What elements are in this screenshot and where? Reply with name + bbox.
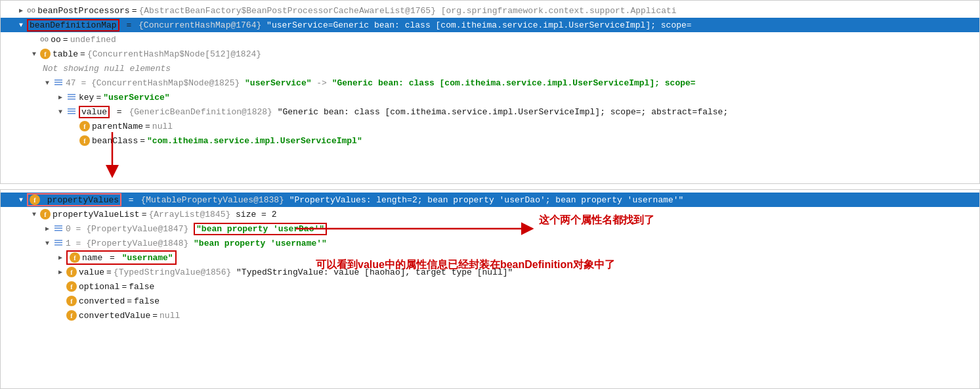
not-showing-row: Not showing null elements	[1, 61, 979, 76]
bean-definition-map-row[interactable]: beanDefinitionMap = {ConcurrentHashMap@1…	[1, 18, 979, 32]
toggle-icon[interactable]	[16, 22, 26, 29]
f-icon: f	[66, 310, 77, 321]
f-icon: f	[30, 194, 40, 205]
oo-icon: oo	[27, 7, 35, 14]
list-icon	[66, 106, 77, 117]
oo-icon: oo	[40, 35, 49, 43]
table-row[interactable]: f propertyValueList = {ArrayList@1845} s…	[1, 207, 979, 221]
table-row: f beanClass = "com.itheima.service.impl.…	[1, 133, 979, 148]
f-icon: f	[40, 209, 51, 219]
f-icon: f	[66, 296, 77, 306]
svg-rect-1	[54, 82, 62, 83]
toggle-icon[interactable]	[30, 211, 39, 218]
optional-row: f optional = false	[1, 279, 979, 294]
main-container: oo beanPostProcessors = {AbstractBeanFac…	[0, 0, 980, 389]
table-row[interactable]: 0 = {PropertyValue@1847} "bean property …	[1, 221, 979, 236]
top-panel: oo beanPostProcessors = {AbstractBeanFac…	[0, 0, 980, 184]
table-row: f parentName = null	[1, 119, 979, 133]
value-box: value	[79, 106, 110, 118]
toggle-icon[interactable]	[43, 225, 52, 233]
svg-rect-12	[54, 230, 62, 231]
toggle-icon[interactable]	[56, 254, 65, 262]
f-icon: f	[66, 281, 77, 292]
toggle-icon[interactable]	[30, 51, 39, 58]
toggle-icon[interactable]	[56, 93, 65, 101]
svg-rect-13	[54, 240, 62, 241]
table-row[interactable]: value = {GenericBeanDefinition@1828} "Ge…	[1, 104, 979, 119]
property-values-row[interactable]: f propertyValues = {MutablePropertyValue…	[1, 193, 979, 207]
table-row[interactable]: 1 = {PropertyValue@1848} "bean property …	[1, 236, 979, 250]
table-row[interactable]: oo beanPostProcessors = {AbstractBeanFac…	[1, 3, 979, 18]
var-label: beanDefinitionMap	[30, 20, 117, 30]
list-icon	[53, 223, 64, 234]
toggle-icon[interactable]	[56, 108, 65, 116]
toggle-icon[interactable]	[16, 196, 26, 204]
f-icon: f	[70, 252, 80, 263]
name-box: f name = "username"	[66, 250, 177, 265]
f-icon: f	[66, 267, 77, 277]
toggle-icon[interactable]	[16, 7, 26, 14]
svg-rect-2	[54, 84, 62, 85]
f-icon: f	[79, 121, 90, 131]
table-row[interactable]: f value = {TypedStringValue@1856} "Typed…	[1, 265, 979, 279]
name-row[interactable]: f name = "username"	[1, 250, 177, 265]
svg-rect-14	[54, 242, 62, 244]
svg-rect-15	[54, 244, 62, 246]
var-label: beanPostProcessors	[37, 6, 129, 16]
table-row[interactable]: key = "userService"	[1, 90, 979, 104]
toggle-icon[interactable]	[43, 240, 52, 247]
svg-rect-8	[68, 113, 75, 114]
list-icon	[53, 238, 64, 248]
svg-rect-0	[54, 80, 62, 81]
toggle-icon[interactable]	[56, 268, 65, 276]
varname-box: beanDefinitionMap	[27, 19, 119, 32]
table-row[interactable]: f table = {ConcurrentHashMap$Node[512]@1…	[1, 47, 979, 61]
f-icon: f	[79, 135, 90, 146]
toggle-icon[interactable]	[43, 80, 52, 87]
list-icon	[53, 78, 64, 88]
table-row: oo oo = undefined	[1, 32, 979, 47]
svg-rect-6	[68, 108, 75, 110]
varname-box: f propertyValues	[27, 193, 121, 206]
converted-value-row: f convertedValue = null	[1, 308, 979, 323]
converted-row: f converted = false	[1, 294, 979, 308]
svg-rect-10	[54, 225, 62, 227]
svg-rect-11	[54, 228, 62, 229]
table-row[interactable]: 47 = {ConcurrentHashMap$Node@1825} "user…	[1, 76, 979, 90]
svg-rect-4	[68, 97, 75, 98]
list-icon	[66, 92, 77, 103]
svg-rect-3	[68, 94, 75, 95]
f-icon: f	[40, 49, 51, 59]
bottom-panel: f propertyValues = {MutablePropertyValue…	[0, 189, 980, 389]
svg-rect-7	[68, 111, 75, 112]
value-string-box: "bean property 'userDao'"	[194, 223, 327, 235]
svg-rect-5	[68, 99, 75, 100]
